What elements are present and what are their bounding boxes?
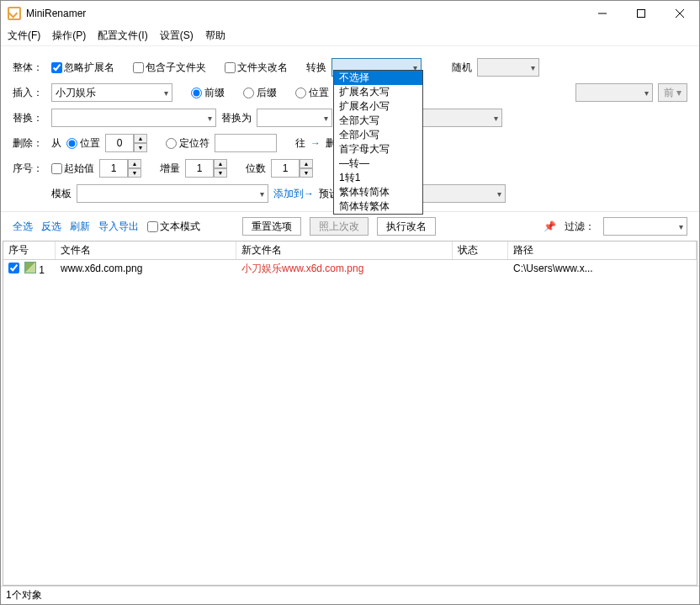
insert-extra-select[interactable]: ▾: [575, 83, 653, 102]
as-last-button[interactable]: 照上次改: [310, 217, 369, 236]
select-all-link[interactable]: 全选: [13, 220, 33, 234]
execute-button[interactable]: 执行改名: [377, 217, 436, 236]
dropdown-option[interactable]: 1转1: [334, 171, 422, 185]
locator-radio[interactable]: 定位符: [166, 136, 209, 151]
menu-config[interactable]: 配置文件(I): [98, 29, 147, 43]
spin-up-icon[interactable]: ▲: [300, 159, 313, 168]
dropdown-option[interactable]: 扩展名小写: [334, 99, 422, 114]
table-body[interactable]: 1 www.x6d.com.png 小刀娱乐www.x6d.com.png C:…: [3, 260, 697, 585]
seq-label: 序号: [13, 162, 46, 176]
increment-spinner[interactable]: 1▲▼: [185, 159, 227, 178]
position-radio[interactable]: 位置: [295, 86, 329, 100]
template-combo[interactable]: ▾: [77, 184, 268, 203]
chevron-down-icon: ▾: [324, 114, 328, 123]
window-controls: [583, 1, 699, 26]
template-label: 模板: [51, 187, 72, 201]
insert-label: 插入: [13, 86, 46, 100]
svg-rect-1: [638, 10, 645, 18]
to-label: 往: [295, 136, 305, 151]
replace-to-combo[interactable]: ▾: [257, 109, 332, 127]
front-button[interactable]: 前 ▾: [658, 83, 687, 102]
spin-up-icon[interactable]: ▲: [214, 159, 227, 168]
cell-status: [453, 267, 508, 270]
spin-down-icon[interactable]: ▼: [134, 143, 147, 152]
digits-label: 位数: [246, 162, 266, 176]
reset-options-button[interactable]: 重置选项: [242, 217, 301, 236]
menubar: 文件(F) 操作(P) 配置文件(I) 设置(S) 帮助: [1, 26, 699, 46]
maximize-button[interactable]: [622, 1, 660, 26]
table-row[interactable]: 1 www.x6d.com.png 小刀娱乐www.x6d.com.png C:…: [3, 260, 697, 277]
row-checkbox[interactable]: [8, 263, 19, 273]
filter-combo[interactable]: ▾: [603, 217, 687, 236]
dropdown-option[interactable]: 简体转繁体: [334, 199, 422, 214]
chevron-down-icon: ▾: [494, 114, 498, 123]
digits-spinner[interactable]: 1▲▼: [271, 159, 313, 178]
col-path[interactable]: 路径: [508, 241, 697, 259]
menu-help[interactable]: 帮助: [205, 29, 225, 43]
startval-spinner[interactable]: 1▲▼: [99, 159, 141, 178]
dropdown-option[interactable]: 繁体转简体: [334, 185, 422, 199]
cell-fname: www.x6d.com.png: [56, 261, 236, 276]
window-title: MiniRenamer: [26, 8, 583, 19]
chevron-down-icon: ▾: [676, 87, 681, 98]
folder-rename-checkbox[interactable]: 文件夹改名: [225, 61, 288, 75]
col-status[interactable]: 状态: [453, 241, 508, 259]
cell-path: C:\Users\www.x...: [508, 261, 697, 276]
invert-link[interactable]: 反选: [41, 220, 61, 234]
dropdown-option[interactable]: 扩展名大写: [334, 85, 422, 99]
import-export-link[interactable]: 导入导出: [98, 220, 139, 234]
spin-down-icon[interactable]: ▼: [214, 168, 227, 178]
cell-newname: 小刀娱乐www.x6d.com.png: [236, 260, 453, 278]
dropdown-option[interactable]: 首字母大写: [334, 142, 422, 157]
dropdown-option[interactable]: 全部大写: [334, 114, 422, 128]
options-panel: 整体 忽略扩展名 包含子文件夹 文件夹改名 转换 ▾ 随机 ▾ 不选择 扩展名大…: [1, 46, 699, 212]
pin-icon[interactable]: 📌: [544, 220, 556, 232]
spin-up-icon[interactable]: ▲: [134, 134, 147, 143]
rule-select[interactable]: ▾: [410, 109, 502, 127]
textmode-checkbox[interactable]: 文本模式: [147, 220, 200, 234]
prefix-radio[interactable]: 前缀: [191, 86, 225, 100]
from-pos-radio[interactable]: 位置: [66, 136, 100, 151]
spin-down-icon[interactable]: ▼: [128, 168, 141, 178]
chevron-down-icon: ▾: [164, 88, 168, 98]
chevron-down-icon: ▾: [679, 222, 683, 231]
convert-label: 转换: [306, 61, 326, 75]
menu-operate[interactable]: 操作(P): [52, 29, 86, 43]
replaceto-label: 替换为: [221, 111, 252, 125]
include-sub-checkbox[interactable]: 包含子文件夹: [133, 61, 206, 75]
refresh-link[interactable]: 刷新: [70, 220, 90, 234]
from-pos-spinner[interactable]: 0▲▼: [105, 134, 147, 152]
col-fname[interactable]: 文件名: [56, 241, 236, 259]
col-seq[interactable]: 序号: [3, 241, 56, 259]
spin-up-icon[interactable]: ▲: [128, 159, 141, 168]
locator-input[interactable]: [215, 134, 277, 152]
close-button[interactable]: [660, 1, 699, 26]
replace-label: 替换: [13, 111, 46, 125]
startval-checkbox[interactable]: 起始值: [51, 162, 94, 176]
from-label: 从: [51, 136, 61, 151]
random-select[interactable]: ▾: [477, 58, 539, 77]
dropdown-option[interactable]: 全部小写: [334, 128, 422, 142]
minimize-button[interactable]: [583, 1, 622, 26]
col-newname[interactable]: 新文件名: [236, 241, 453, 259]
app-icon: [8, 7, 21, 20]
ignore-ext-checkbox[interactable]: 忽略扩展名: [51, 61, 114, 75]
chevron-down-icon: ▾: [531, 63, 535, 72]
menu-file[interactable]: 文件(F): [8, 29, 40, 43]
menu-settings[interactable]: 设置(S): [160, 29, 194, 43]
replace-from-combo[interactable]: ▾: [51, 109, 216, 127]
suffix-radio[interactable]: 后缀: [243, 86, 277, 100]
status-bar: 1个对象: [1, 586, 699, 604]
dropdown-option[interactable]: 不选择: [334, 71, 422, 85]
random-label: 随机: [452, 61, 472, 75]
delete-label: 删除: [13, 136, 46, 151]
insert-text-combo[interactable]: 小刀娱乐▾: [51, 83, 172, 102]
filter-label: 过滤：: [565, 220, 595, 234]
convert-dropdown-list: 不选择 扩展名大写 扩展名小写 全部大写 全部小写 首字母大写 —转— 1转1 …: [333, 70, 423, 215]
dropdown-option[interactable]: —转—: [334, 157, 422, 171]
action-bar: 全选 反选 刷新 导入导出 文本模式 重置选项 照上次改 执行改名 📌 过滤： …: [1, 212, 699, 241]
spin-down-icon[interactable]: ▼: [300, 168, 313, 178]
titlebar: MiniRenamer: [1, 1, 699, 26]
addto-link[interactable]: 添加到→: [273, 187, 314, 201]
increment-label: 增量: [160, 162, 180, 176]
